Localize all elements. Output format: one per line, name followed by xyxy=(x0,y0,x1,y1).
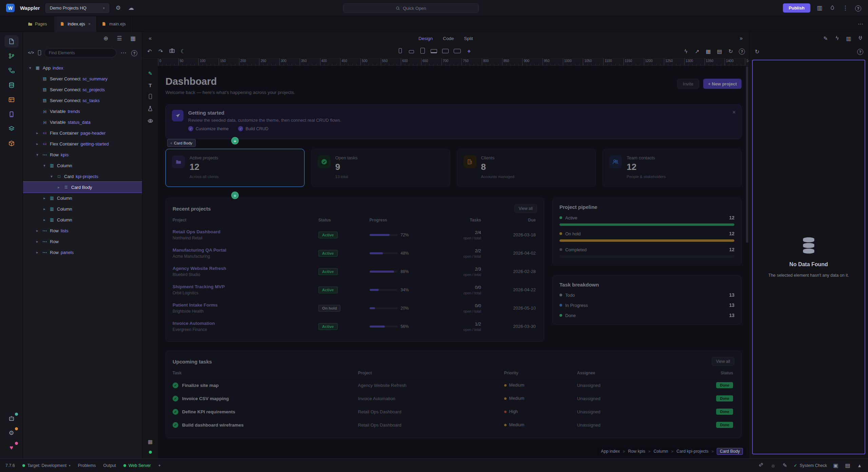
grid-toggle-icon[interactable]: ▦ xyxy=(148,439,153,445)
file-manager-icon[interactable] xyxy=(4,35,19,47)
breadcrumb-item[interactable]: Column xyxy=(654,449,668,454)
design-canvas[interactable]: Dashboard Welcome back — here's what's h… xyxy=(158,66,749,458)
help-icon[interactable]: ? xyxy=(854,5,862,12)
help-icon[interactable]: ? xyxy=(857,48,863,55)
kpi-card-active-projects[interactable]: Active projects 12 Across all clients xyxy=(165,149,304,187)
git-icon[interactable] xyxy=(4,50,19,62)
tree-item-variable[interactable]: Variablestatus_data xyxy=(23,117,142,127)
device-phone-icon[interactable] xyxy=(38,50,41,55)
project-link[interactable]: Agency Website Refresh xyxy=(173,266,226,271)
refresh-icon[interactable]: ↻ xyxy=(754,48,760,55)
device-desktop-icon[interactable] xyxy=(442,48,449,55)
project-link[interactable]: Shipment Tracking MVP xyxy=(173,284,225,289)
pro-heart-icon[interactable]: ♥ xyxy=(4,441,19,454)
tree-item-app[interactable]: ▾Appindex xyxy=(23,62,142,73)
tree-item-card[interactable]: ▾Cardkpi-projects xyxy=(23,171,142,182)
text-tool-icon[interactable]: T xyxy=(149,82,152,88)
mobile-frame-icon[interactable] xyxy=(4,108,19,120)
close-icon[interactable]: × xyxy=(732,109,736,116)
tab-main-ejs[interactable]: main.ejs xyxy=(96,16,131,32)
find-elements-input[interactable] xyxy=(44,48,116,57)
table-row[interactable]: Invoice AutomationEvergreen Finance Acti… xyxy=(173,317,537,335)
insert-after-button[interactable]: + xyxy=(231,192,239,199)
chevron-right-icon[interactable]: ▸ xyxy=(42,196,47,200)
table-row[interactable]: ✓Invoice CSV mapping Invoice Automation … xyxy=(173,392,734,405)
tree-item-row[interactable]: ▸Row xyxy=(23,236,142,247)
close-icon[interactable]: × xyxy=(88,21,91,26)
view-all-button[interactable]: View all xyxy=(514,204,537,213)
tree-item-server-connect[interactable]: Server Connectsc_summary xyxy=(23,73,142,84)
database-icon[interactable] xyxy=(4,79,19,91)
problems-button[interactable]: Problems xyxy=(78,463,96,468)
kpi-card-team-contacts[interactable]: Team contacts 12 People & stakeholders xyxy=(603,149,742,187)
project-link[interactable]: Manufacturing QA Portal xyxy=(173,248,226,253)
panel-icon[interactable]: ▥ xyxy=(846,35,852,42)
device-phone-icon[interactable] xyxy=(149,94,152,100)
device-phone-icon[interactable] xyxy=(397,48,403,55)
chevron-right-icon[interactable]: ▸ xyxy=(42,218,47,222)
undo-icon[interactable]: ↶ xyxy=(146,48,153,55)
tree-item-column[interactable]: ▾Column xyxy=(23,160,142,171)
table-row[interactable]: Agency Website RefreshBluebird Studio Ac… xyxy=(173,262,537,281)
archive-icon[interactable]: ▤ xyxy=(845,462,851,469)
package-icon[interactable] xyxy=(4,137,19,150)
pages-chip[interactable]: Pages xyxy=(28,22,47,26)
collapse-up-icon[interactable]: ▴ xyxy=(856,462,863,469)
tree-item-row[interactable]: ▸Rowlists xyxy=(23,225,142,236)
lamp-icon[interactable]: ☼ xyxy=(770,463,776,469)
invite-button[interactable]: Invite xyxy=(677,79,699,89)
tree-item-column[interactable]: ▸Column xyxy=(23,214,142,225)
chevron-right-icon[interactable]: ▸ xyxy=(35,229,40,233)
tree-item-card-body[interactable]: ▸Card Body xyxy=(23,182,142,193)
workflow-icon[interactable] xyxy=(4,64,19,77)
code-icon[interactable]: </> xyxy=(27,51,35,55)
plug-icon[interactable] xyxy=(857,35,863,42)
cloud-sync-icon[interactable]: ☁ xyxy=(127,4,135,12)
table-row[interactable]: Shipment Tracking MVPOrbit Logistics Act… xyxy=(173,281,537,299)
tree-item-column[interactable]: ▸Column xyxy=(23,203,142,214)
chevron-right-icon[interactable]: ▸ xyxy=(42,207,47,211)
device-fluid-icon[interactable] xyxy=(454,48,461,55)
settings-gear-icon[interactable]: ⚙ xyxy=(4,427,19,439)
dimensions-target-icon[interactable]: ⌖ xyxy=(466,48,472,55)
table-row[interactable]: ✓Finalize site map Agency Website Refres… xyxy=(173,379,734,392)
list-view-icon[interactable]: ☰ xyxy=(116,35,123,42)
kebab-menu-icon[interactable]: ⋮ xyxy=(842,4,849,12)
edit-icon[interactable]: ✎ xyxy=(823,35,829,42)
quick-open-search[interactable]: Quick Open xyxy=(343,3,479,13)
project-link[interactable]: Retail Ops Dashboard xyxy=(173,229,220,234)
chevron-right-icon[interactable]: ▸ xyxy=(35,250,40,255)
web-server-button[interactable]: Web Server xyxy=(123,463,151,468)
view-all-button[interactable]: View all xyxy=(712,357,734,366)
link-icon[interactable] xyxy=(758,462,764,469)
layout-columns-icon[interactable]: ▥ xyxy=(816,4,823,12)
help-icon[interactable]: ? xyxy=(131,50,138,56)
canvas-scrollbar[interactable] xyxy=(746,66,748,243)
table-row[interactable]: ✓Define KPI requirements Retail Ops Dash… xyxy=(173,405,734,418)
chevron-down-icon[interactable]: ▾ xyxy=(28,66,33,70)
table-row[interactable]: Retail Ops DashboardNorthwind Retail Act… xyxy=(173,226,537,244)
bolt-icon[interactable]: ϟ xyxy=(834,35,840,41)
help-icon[interactable]: ? xyxy=(739,48,745,55)
new-project-button[interactable]: + New project xyxy=(703,79,742,89)
more-options-icon[interactable]: ⋯ xyxy=(120,49,127,56)
breadcrumb-current[interactable]: Card Body xyxy=(717,448,743,455)
publish-button[interactable]: Publish xyxy=(783,3,810,13)
kpi-card-clients[interactable]: Clients 8 Accounts managed xyxy=(457,149,596,187)
bolt-icon[interactable]: ϟ xyxy=(683,48,689,55)
docs-icon[interactable]: ▤ xyxy=(716,48,723,55)
collapse-left-icon[interactable]: « xyxy=(147,35,153,41)
data-table-icon[interactable] xyxy=(4,94,19,106)
redo-icon[interactable]: ↷ xyxy=(158,48,164,55)
add-button[interactable]: + xyxy=(158,463,161,468)
package-box-icon[interactable]: ▣ xyxy=(833,462,839,469)
chevron-down-icon[interactable]: ▾ xyxy=(49,174,54,179)
chevron-right-icon[interactable]: ▸ xyxy=(56,185,61,190)
breadcrumb-item[interactable]: Card kpi-projects xyxy=(676,449,708,454)
chevron-down-icon[interactable]: ▾ xyxy=(42,163,47,168)
device-phone-landscape-icon[interactable] xyxy=(408,48,414,55)
tree-item-variable[interactable]: Variabletrends xyxy=(23,106,142,117)
tree-item-flex-container[interactable]: ▸Flex Containergetting-started xyxy=(23,138,142,149)
breadcrumb-item[interactable]: Row kpis xyxy=(628,449,645,454)
tab-overflow-icon[interactable]: ⋯ xyxy=(858,21,868,27)
